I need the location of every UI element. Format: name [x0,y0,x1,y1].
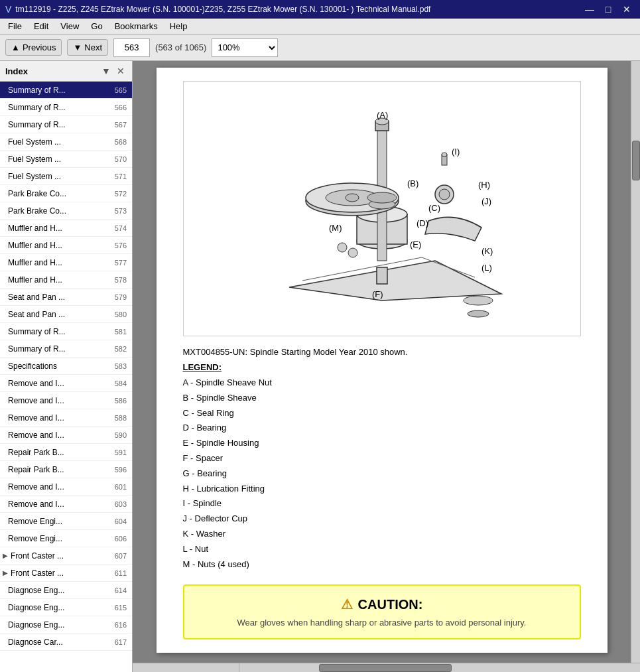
next-button[interactable]: ▼ Next [67,39,108,56]
page-input[interactable] [113,38,150,57]
menu-view[interactable]: View [55,20,84,33]
svg-point-21 [348,248,357,257]
sidebar-item[interactable]: Diagnose Eng...616 [0,616,132,634]
sidebar-item[interactable]: Fuel System ...571 [0,168,132,185]
sidebar-item[interactable]: Specifications583 [0,358,132,375]
sidebar-item[interactable]: Park Brake Co...572 [0,185,132,202]
vertical-scrollbar[interactable] [631,61,640,663]
legend-item: B - Spindle Sheave [183,391,581,405]
sidebar-arrow-icon: ▶ [3,569,8,576]
svg-text:(E): (E) [410,239,421,249]
sidebar-item[interactable]: Summary of R...582 [0,340,132,358]
sidebar-item-label: Remove and I... [8,396,105,405]
sidebar-item[interactable]: Fuel System ...568 [0,133,132,151]
sidebar-item[interactable]: Fuel System ...570 [0,151,132,168]
legend-item: K - Washer [183,527,581,541]
zoom-select[interactable]: 100% 50% 75% 125% 150% 200% [212,38,278,57]
sidebar-item-page: 567 [108,121,127,129]
sidebar-item[interactable]: Diagnose Eng...615 [0,599,132,616]
svg-point-8 [346,194,359,202]
sidebar-item[interactable]: Repair Park B...596 [0,461,132,478]
sidebar-item[interactable]: Muffler and H...576 [0,237,132,254]
sidebar-item[interactable]: Remove and I...588 [0,409,132,427]
horizontal-scrollbar-thumb[interactable] [319,664,452,672]
sidebar-item[interactable]: Remove and I...601 [0,478,132,496]
close-button[interactable]: ✕ [619,3,635,16]
sidebar-item[interactable]: ▶Front Caster ...607 [0,547,132,565]
sidebar-item-label: Seat and Pan ... [8,293,105,302]
sidebar-list: Summary of R...565Summary of R...566Summ… [0,82,132,672]
svg-text:(B): (B) [407,178,418,188]
menu-edit[interactable]: Edit [29,20,54,33]
sidebar-item-label: Park Brake Co... [8,189,105,198]
sidebar-item-page: 568 [108,138,127,146]
sidebar-item-label: Diagnose Eng... [8,620,105,630]
sidebar-item[interactable]: Diagnose Car...617 [0,634,132,651]
sidebar-item-page: 571 [108,172,127,180]
sidebar-item-label: Summary of R... [8,103,105,112]
sidebar-item[interactable]: Remove and I...590 [0,427,132,444]
minimize-button[interactable]: — [582,3,598,16]
sidebar-header: Index ▼ ✕ [0,61,132,82]
menu-bookmarks[interactable]: Bookmarks [109,20,163,33]
sidebar-item[interactable]: Summary of R...566 [0,99,132,116]
sidebar-item[interactable]: Seat and Pan ...579 [0,289,132,306]
sidebar-item[interactable]: Seat and Pan ...580 [0,306,132,323]
sidebar-item-label: Remove and I... [8,500,105,509]
sidebar-item-page: 606 [108,535,127,543]
next-arrow-icon: ▼ [73,42,82,52]
maximize-button[interactable]: □ [600,3,616,16]
sidebar-item[interactable]: Muffler and H...578 [0,271,132,289]
sidebar-item-label: Remove and I... [8,431,105,440]
sidebar-item-page: 603 [108,500,127,508]
sidebar-item-page: 581 [108,328,127,336]
sidebar-item-label: Remove and I... [8,379,105,388]
sidebar-item[interactable]: Summary of R...581 [0,323,132,340]
svg-point-14 [442,153,447,157]
sidebar-item-label: Remove Engi... [8,534,105,543]
sidebar-item[interactable]: Diagnose Eng...614 [0,582,132,599]
sidebar-item-page: 579 [108,293,127,301]
prev-button[interactable]: ▲ Previous [5,39,62,56]
sidebar-item-label: Front Caster ... [11,569,105,578]
sidebar-item[interactable]: Remove Engi...606 [0,530,132,547]
sidebar-item-label: Diagnose Car... [8,638,105,647]
sidebar-item[interactable]: Park Brake Co...573 [0,202,132,220]
sidebar-item[interactable]: Remove Engi...604 [0,513,132,530]
sidebar-item[interactable]: ▶Front Caster ...611 [0,565,132,582]
sidebar-item[interactable]: Muffler and H...574 [0,220,132,237]
caution-icon: ⚠ [341,596,353,612]
sidebar-item-page: 611 [108,569,127,577]
sidebar-item-label: Front Caster ... [11,551,105,561]
legend-item: E - Spindle Housing [183,437,581,450]
sidebar-item[interactable]: Remove and I...603 [0,496,132,513]
svg-text:(A): (A) [377,110,388,120]
sidebar-item-page: 604 [108,517,127,525]
legend-title: LEGEND: [183,362,581,372]
sidebar-item[interactable]: Summary of R...567 [0,116,132,133]
scrollbar-thumb[interactable] [632,141,640,180]
menu-file[interactable]: File [3,20,27,33]
sidebar-item[interactable]: Summary of R...565 [0,82,132,99]
sidebar-item-page: 583 [108,362,127,370]
caution-box: ⚠ CAUTION: Wear gloves when handling sha… [183,584,581,639]
sidebar-item[interactable]: Muffler and H...577 [0,254,132,271]
sidebar-item[interactable]: Repair Park B...591 [0,444,132,461]
menu-go[interactable]: Go [86,20,107,33]
legend-item: A - Spindle Sheave Nut [183,376,581,390]
diagram-caption: MXT004855-UN: Spindle Starting Model Yea… [183,347,581,357]
sidebar-close-btn[interactable]: ✕ [115,65,127,77]
sidebar-item-page: 607 [108,552,127,560]
sidebar-item-page: 580 [108,310,127,318]
sidebar-item[interactable]: Remove and I...584 [0,375,132,392]
sidebar-collapse-btn[interactable]: ▼ [100,65,112,77]
legend-item: G - Bearing [183,467,581,481]
sidebar-item[interactable]: Remove and I...586 [0,392,132,409]
sidebar-item-page: 596 [108,466,127,474]
menu-help[interactable]: Help [164,20,193,33]
content-area[interactable]: (H) (I) (J) (K) (L) (A) (B) (C) (D) (E) … [133,61,631,663]
sidebar-item-label: Muffler and H... [8,258,105,267]
sidebar-item-label: Fuel System ... [8,137,105,147]
sidebar-item-label: Summary of R... [8,120,105,129]
horizontal-scrollbar[interactable] [239,663,640,672]
